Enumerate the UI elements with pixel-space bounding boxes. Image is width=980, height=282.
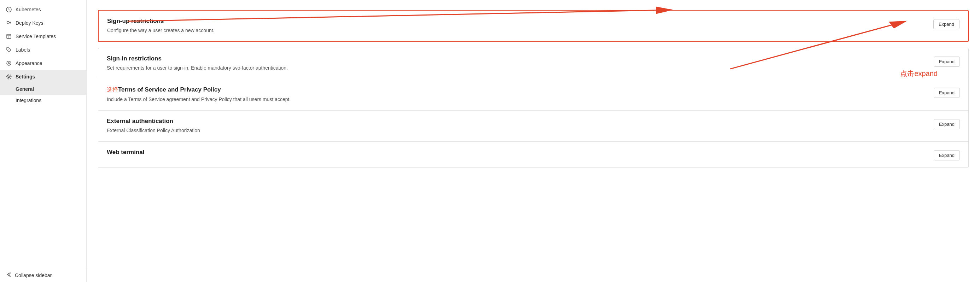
service-templates-icon	[6, 33, 12, 40]
terms-row: 选择Terms of Service and Privacy Policy In…	[98, 79, 968, 111]
web-terminal-expand-button[interactable]: Expand	[934, 150, 960, 160]
sidebar-item-appearance-label: Appearance	[16, 60, 43, 66]
web-terminal-content: Web terminal	[107, 149, 934, 157]
signin-restrictions-desc: Set requirements for a user to sign-in. …	[107, 64, 920, 72]
labels-icon	[6, 47, 12, 53]
signup-restrictions-content: Sign-up restrictions Configure the way a…	[107, 17, 933, 34]
sidebar-item-service-templates-label: Service Templates	[16, 33, 56, 39]
svg-rect-2	[7, 34, 11, 38]
sidebar-item-appearance[interactable]: Appearance	[0, 57, 86, 70]
sidebar-item-settings[interactable]: Settings	[0, 70, 86, 83]
signin-restrictions-title: Sign-in restrictions	[107, 55, 920, 62]
signup-restrictions-title: Sign-up restrictions	[107, 17, 919, 25]
signup-restrictions-expand-button[interactable]: Expand	[933, 19, 959, 29]
external-auth-content: External authentication External Classif…	[107, 118, 934, 134]
sidebar-item-deploy-keys-label: Deploy Keys	[16, 20, 43, 26]
sections-container: Sign-in restrictions Set requirements fo…	[98, 48, 969, 168]
main-content: Sign-up restrictions Configure the way a…	[87, 0, 980, 282]
sidebar-item-settings-label: Settings	[16, 74, 35, 79]
signin-restrictions-row: Sign-in restrictions Set requirements fo…	[98, 48, 968, 79]
sidebar: Kubernetes Deploy Keys Service Templates	[0, 0, 87, 282]
appearance-icon	[6, 60, 12, 67]
settings-icon	[6, 73, 12, 80]
sidebar-item-labels[interactable]: Labels	[0, 43, 86, 57]
signup-restrictions-card: Sign-up restrictions Configure the way a…	[98, 10, 969, 42]
sidebar-item-labels-label: Labels	[16, 47, 30, 53]
external-auth-title: External authentication	[107, 118, 920, 125]
collapse-sidebar-label: Collapse sidebar	[15, 272, 52, 278]
sidebar-item-kubernetes[interactable]: Kubernetes	[0, 3, 86, 16]
sidebar-sub-item-general[interactable]: General	[0, 83, 86, 95]
external-auth-expand-button[interactable]: Expand	[934, 119, 960, 129]
external-auth-row: External authentication External Classif…	[98, 111, 968, 142]
terms-title-text: Terms of Service and Privacy Policy	[118, 86, 221, 93]
terms-annotation-prefix: 选择	[107, 87, 118, 93]
svg-point-6	[8, 76, 10, 78]
signup-restrictions-inner: Sign-up restrictions Configure the way a…	[99, 11, 968, 41]
svg-point-3	[8, 49, 8, 49]
sidebar-nav: Kubernetes Deploy Keys Service Templates	[0, 0, 86, 268]
terms-desc: Include a Terms of Service agreement and…	[107, 96, 920, 103]
web-terminal-title: Web terminal	[107, 149, 920, 156]
terms-content: 选择Terms of Service and Privacy Policy In…	[107, 86, 934, 103]
svg-point-5	[8, 62, 10, 63]
signin-restrictions-expand-button[interactable]: Expand	[934, 57, 960, 67]
collapse-sidebar-button[interactable]: Collapse sidebar	[0, 268, 86, 282]
deploy-keys-icon	[6, 20, 12, 26]
kubernetes-icon	[6, 6, 12, 13]
signin-restrictions-content: Sign-in restrictions Set requirements fo…	[107, 55, 934, 72]
terms-expand-button[interactable]: Expand	[934, 88, 960, 98]
collapse-icon	[6, 272, 11, 279]
external-auth-desc: External Classification Policy Authoriza…	[107, 127, 920, 134]
terms-title: 选择Terms of Service and Privacy Policy	[107, 86, 920, 93]
sidebar-sub-item-integrations-label: Integrations	[16, 98, 41, 103]
sidebar-item-service-templates[interactable]: Service Templates	[0, 30, 86, 43]
web-terminal-row: Web terminal Expand	[98, 142, 968, 168]
sidebar-sub-item-integrations[interactable]: Integrations	[0, 95, 86, 106]
signup-restrictions-desc: Configure the way a user creates a new a…	[107, 27, 919, 34]
sidebar-item-kubernetes-label: Kubernetes	[16, 7, 41, 13]
sidebar-sub-item-general-label: General	[16, 86, 34, 92]
sidebar-item-deploy-keys[interactable]: Deploy Keys	[0, 16, 86, 30]
